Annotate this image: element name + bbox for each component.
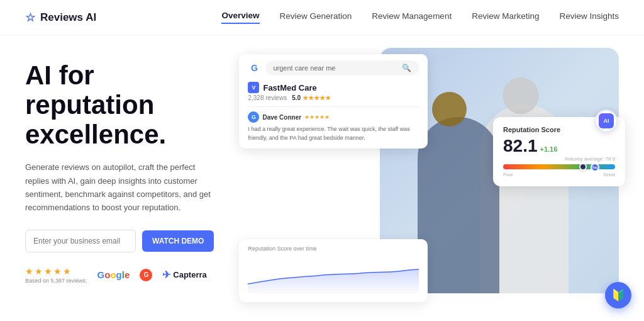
star-4: ★ <box>53 266 62 276</box>
widget-icon: 🔰 <box>611 288 625 302</box>
stars: ★ ★ ★ ★ ★ <box>25 266 87 276</box>
nav-item-review-management[interactable]: Review Management <box>372 11 452 23</box>
rating-stars: ★★★★★ <box>303 94 331 101</box>
doctor-figure-1 <box>418 117 499 293</box>
biz-icon: V <box>248 82 259 93</box>
business-name: V FastMed Care <box>248 82 419 93</box>
cta-row: WATCH DEMO <box>25 230 214 252</box>
reviewer-name: Dave Conner <box>262 114 301 121</box>
left-panel: AI for reputation excellence. Generate r… <box>25 54 214 308</box>
gauge-great-label: Great <box>603 172 615 177</box>
gauge-you-label: You <box>592 166 597 169</box>
reviews-count: Based on 5,387 reviews: <box>25 278 87 284</box>
gauge-labels: Poor Great <box>503 172 615 177</box>
gauge-poor-label: Poor <box>503 172 513 177</box>
ai-label: AI <box>604 118 609 124</box>
industry-average: Industry average: 78.9 <box>503 156 615 162</box>
ai-badge: AI <box>595 110 618 132</box>
trust-row: ★ ★ ★ ★ ★ Based on 5,387 reviews: Google… <box>25 266 214 284</box>
google-logo: Google <box>97 269 130 280</box>
star-5: ★ <box>63 266 71 276</box>
capterra-label: Capterra <box>173 270 206 279</box>
g2-logo: G <box>140 269 152 281</box>
nav-item-review-marketing[interactable]: Review Marketing <box>472 11 539 23</box>
search-text: urgent care near me <box>273 64 335 72</box>
hero-title: AI for reputation excellence. <box>25 60 214 149</box>
doctor-head-1 <box>432 92 467 127</box>
score-number: 82.1 <box>503 136 538 156</box>
star-1: ★ <box>25 266 33 276</box>
review-item: G Dave Conner ★★★★★ I had a really great… <box>248 106 419 142</box>
stars-block: ★ ★ ★ ★ ★ Based on 5,387 reviews: <box>25 266 87 284</box>
capterra-arrow-icon: ✈ <box>162 269 170 281</box>
g2-circle: G <box>140 269 152 281</box>
search-bar: G urgent care near me 🔍 <box>248 60 419 76</box>
navigation: Overview Review Generation Review Manage… <box>221 11 619 24</box>
star-2: ★ <box>35 266 43 276</box>
reputation-chart <box>248 256 419 293</box>
logo-text: Reviews AI <box>40 11 96 24</box>
reviewer-row: G Dave Conner ★★★★★ <box>248 111 419 123</box>
watch-demo-button[interactable]: WATCH DEMO <box>142 230 214 252</box>
floating-widget-button[interactable]: 🔰 <box>605 282 631 308</box>
gauge-you-marker: You <box>591 163 599 172</box>
review-stars: ★★★★★ <box>304 114 330 120</box>
biz-reviews-count: 2,328 reviews <box>248 94 287 101</box>
logo-star-icon: ☆ <box>25 11 35 25</box>
gauge-bar: You <box>503 164 615 169</box>
gauge-indicator <box>579 163 587 171</box>
chart-title: Reputation Score over time <box>248 245 419 252</box>
right-panel: G urgent care near me 🔍 V FastMed Care 2… <box>239 54 619 308</box>
hero-description: Generate reviews on autopilot, craft the… <box>25 160 214 215</box>
search-query: urgent care near me 🔍 <box>265 60 419 76</box>
google-g-icon: G <box>248 62 260 74</box>
email-input[interactable] <box>25 230 136 252</box>
search-icon: 🔍 <box>402 64 411 72</box>
reviewer-avatar: G <box>248 111 259 123</box>
rating-value: 5.0 <box>292 94 301 101</box>
ai-icon: AI <box>599 113 614 128</box>
star-3: ★ <box>44 266 52 276</box>
search-card: G urgent care near me 🔍 V FastMed Care 2… <box>239 54 428 149</box>
logo[interactable]: ☆ Reviews AI <box>25 11 96 25</box>
doctor-head-2 <box>502 77 539 114</box>
biz-meta: 2,328 reviews 5.0 ★★★★★ <box>248 94 419 101</box>
reputation-score-card: AI Reputation Score 82.1 +1.16 Industry … <box>493 117 625 186</box>
nav-item-overview[interactable]: Overview <box>221 11 259 24</box>
review-text: I had a really great experience. The wai… <box>248 125 419 142</box>
main-content: AI for reputation excellence. Generate r… <box>0 35 644 321</box>
biz-rating: 5.0 ★★★★★ <box>292 94 331 101</box>
score-delta: +1.16 <box>540 145 558 153</box>
chart-card: Reputation Score over time <box>239 239 428 302</box>
biz-name-text: FastMed Care <box>263 83 316 93</box>
capterra-logo: ✈ Capterra <box>162 269 206 281</box>
nav-item-review-insights[interactable]: Review Insights <box>559 11 619 23</box>
header: ☆ Reviews AI Overview Review Generation … <box>0 0 644 35</box>
score-value: 82.1 +1.16 <box>503 136 615 156</box>
nav-item-review-generation[interactable]: Review Generation <box>280 11 352 23</box>
